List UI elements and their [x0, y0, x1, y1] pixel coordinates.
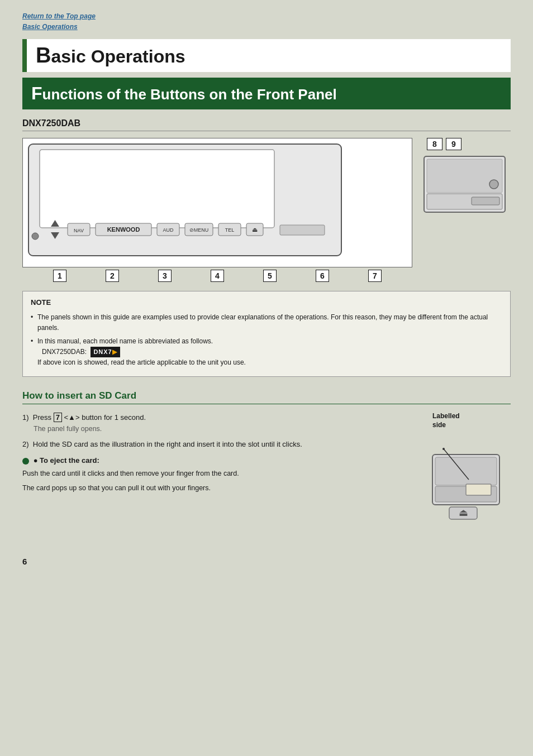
eject-text-2: The card pops up so that you can pull it…: [22, 482, 404, 494]
svg-rect-26: [466, 484, 491, 495]
svg-point-2: [32, 233, 39, 240]
step-1-num: 1): [22, 413, 29, 422]
step-1-sub: The panel fully opens.: [22, 423, 404, 434]
side-number-labels: 8 9: [427, 138, 511, 150]
svg-text:NAV: NAV: [74, 228, 84, 233]
front-panel-svg: NAV KENWOOD AUD ⊘MENU TEL ⏏: [23, 138, 347, 267]
svg-point-28: [442, 448, 445, 450]
breadcrumb-link-top[interactable]: Return to the Top page: [22, 12, 96, 20]
sd-section: How to insert an SD Card 1) Press 7 <▲> …: [22, 390, 511, 534]
svg-rect-21: [472, 197, 499, 205]
main-title-block: Basic Operations: [22, 39, 511, 72]
front-panel-wrap: NAV KENWOOD AUD ⊘MENU TEL ⏏: [22, 138, 412, 267]
svg-rect-24: [435, 457, 497, 485]
section-title-block: Functions of the Buttons on the Front Pa…: [22, 78, 511, 109]
breadcrumb: Return to the Top page Basic Operations: [22, 11, 511, 32]
sd-steps: 1) Press 7 <▲> button for 1 second. The …: [22, 412, 404, 451]
to-eject-label: ● To eject the card:: [34, 456, 99, 465]
section-title-rest: unctions of the Buttons on the Front Pan…: [42, 86, 337, 103]
note-icon-note: If above icon is showed, read the articl…: [37, 358, 246, 366]
label-1: 1: [53, 270, 66, 282]
step-2-text: Hold the SD card as the illustration in …: [33, 440, 302, 448]
sd-text: 1) Press 7 <▲> button for 1 second. The …: [22, 412, 404, 534]
note-model-line: DNX7250DAB: DNX7▶: [37, 348, 120, 356]
svg-text:⊘MENU: ⊘MENU: [189, 227, 209, 233]
dnx-badge: DNX7▶: [91, 347, 120, 358]
svg-text:⏏: ⏏: [252, 226, 258, 233]
to-eject-heading: ● To eject the card:: [22, 456, 404, 465]
device-front-panel: NAV KENWOOD AUD ⊘MENU TEL ⏏: [22, 138, 412, 282]
sd-image-area: Labelled side ⏏: [416, 412, 511, 534]
note-item-2: In this manual, each model name is abbre…: [31, 336, 502, 369]
labelled-side-label: Labelled: [432, 412, 511, 420]
note-title: NOTE: [31, 297, 502, 309]
svg-rect-17: [280, 225, 325, 235]
svg-point-22: [489, 180, 498, 189]
section-title-big-letter: F: [31, 83, 42, 103]
label-2: 2: [106, 270, 119, 282]
step-2-num: 2): [22, 440, 29, 448]
main-title-big-letter: B: [36, 44, 51, 67]
section-title: Functions of the Buttons on the Front Pa…: [31, 83, 502, 104]
label-4: 4: [211, 270, 224, 282]
sd-section-heading: How to insert an SD Card: [22, 390, 511, 404]
svg-text:AUD: AUD: [163, 227, 174, 233]
note-box: NOTE The panels shown in this guide are …: [22, 291, 511, 376]
label-6: 6: [316, 270, 329, 282]
label-8: 8: [427, 138, 442, 150]
sd-step-1: 1) Press 7 <▲> button for 1 second. The …: [22, 412, 404, 435]
page-number: 6: [22, 557, 511, 566]
label-5: 5: [263, 270, 277, 282]
device-side-panel: 8 9: [421, 138, 511, 245]
sd-card-illustration: ⏏: [416, 432, 505, 533]
svg-text:TEL: TEL: [225, 227, 235, 233]
breadcrumb-link-basic[interactable]: Basic Operations: [22, 23, 78, 31]
label-3: 3: [158, 270, 172, 282]
svg-text:KENWOOD: KENWOOD: [107, 226, 140, 233]
label-7: 7: [368, 270, 382, 282]
svg-text:⏏: ⏏: [459, 507, 468, 518]
label-9: 9: [446, 138, 461, 150]
main-title: Basic Operations: [36, 44, 502, 68]
device-area: NAV KENWOOD AUD ⊘MENU TEL ⏏: [22, 138, 511, 282]
front-number-labels: 1 2 3 4 5 6 7: [22, 270, 412, 282]
labelled-side-label2: side: [432, 421, 511, 429]
main-title-rest: asic Operations: [51, 46, 185, 66]
note-item-1: The panels shown in this guide are examp…: [31, 312, 502, 333]
side-panel-svg: [421, 154, 508, 243]
sd-step-2: 2) Hold the SD card as the illustration …: [22, 439, 404, 451]
step-1-text: Press 7 <▲> button for 1 second.: [33, 413, 146, 422]
note-list: The panels shown in this guide are examp…: [31, 312, 502, 368]
circle-bullet-icon: [22, 458, 29, 465]
eject-text-1: Push the card until it clicks and then r…: [22, 468, 404, 479]
svg-rect-1: [40, 150, 274, 228]
to-eject-section: ● To eject the card: Push the card until…: [22, 456, 404, 494]
subsection-heading: DNX7250DAB: [22, 118, 511, 131]
sd-content: 1) Press 7 <▲> button for 1 second. The …: [22, 412, 511, 534]
